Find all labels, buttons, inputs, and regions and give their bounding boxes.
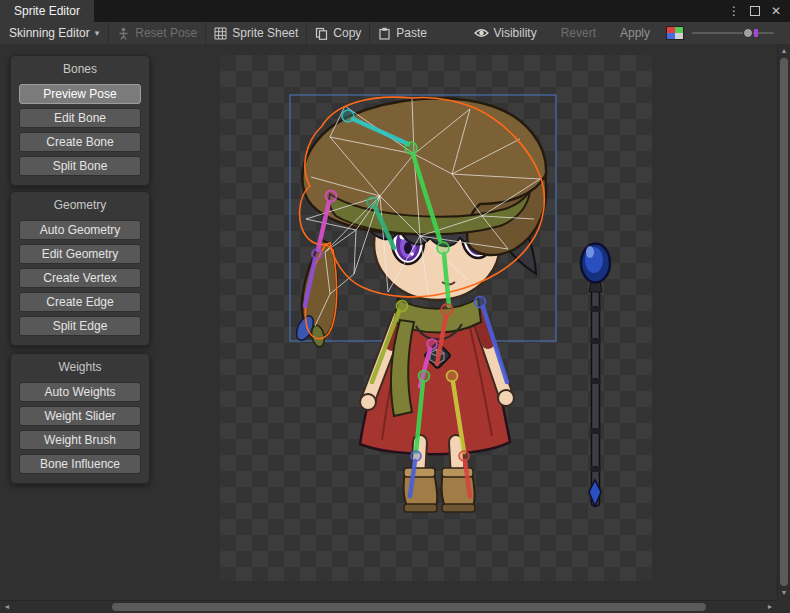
tab-sprite-editor[interactable]: Sprite Editor <box>0 0 94 22</box>
scroll-right-icon[interactable]: ► <box>764 601 776 613</box>
channel-b <box>667 33 675 39</box>
reset-pose-icon <box>117 27 130 40</box>
auto-geometry-button[interactable]: Auto Geometry <box>19 220 141 240</box>
apply-button[interactable]: Apply <box>612 23 658 44</box>
skinning-editor-dropdown[interactable]: Skinning Editor ▾ <box>0 22 108 44</box>
right-hand <box>498 390 514 406</box>
paste-button[interactable]: Paste <box>369 23 435 44</box>
paste-icon <box>378 27 391 40</box>
chevron-down-icon: ▾ <box>95 28 100 38</box>
scroll-up-icon[interactable]: ▲ <box>778 45 790 57</box>
auto-weights-button[interactable]: Auto Weights <box>19 382 141 402</box>
bones-panel-title: Bones <box>19 59 141 80</box>
edit-geometry-button[interactable]: Edit Geometry <box>19 244 141 264</box>
scroll-down-icon[interactable]: ▼ <box>778 587 790 599</box>
zoom-slider-marker <box>754 29 758 37</box>
copy-label: Copy <box>333 26 361 40</box>
sprite-sheet-icon <box>214 27 227 40</box>
visibility-button[interactable]: Visibility <box>466 23 545 44</box>
create-edge-button[interactable]: Create Edge <box>19 292 141 312</box>
tab-title: Sprite Editor <box>14 4 80 18</box>
maximize-icon[interactable] <box>746 2 764 20</box>
vertical-scrollbar[interactable]: ▲ ▼ <box>777 44 790 600</box>
create-bone-button[interactable]: Create Bone <box>19 132 141 152</box>
bone-influence-button[interactable]: Bone Influence <box>19 454 141 474</box>
geometry-panel-title: Geometry <box>19 195 141 216</box>
channel-a <box>675 33 683 39</box>
zoom-slider[interactable] <box>692 26 774 40</box>
revert-label: Revert <box>561 26 596 40</box>
scrollbar-corner <box>777 600 790 613</box>
vertical-scrollbar-thumb[interactable] <box>780 58 788 586</box>
bones-panel: Bones Preview Pose Edit Bone Create Bone… <box>10 55 150 186</box>
geometry-panel: Geometry Auto Geometry Edit Geometry Cre… <box>10 191 150 346</box>
zoom-slider-handle[interactable] <box>743 28 753 38</box>
left-hand <box>360 394 376 410</box>
sprite-editor-window: Sprite Editor ⋮ ✕ Skinning Editor ▾ Rese… <box>0 0 790 613</box>
toolbar: Skinning Editor ▾ Reset Pose Sprite Shee… <box>0 22 790 45</box>
create-vertex-button[interactable]: Create Vertex <box>19 268 141 288</box>
split-bone-button[interactable]: Split Bone <box>19 156 141 176</box>
mode-label: Skinning Editor <box>9 26 90 40</box>
copy-button[interactable]: Copy <box>306 23 369 44</box>
character-sprite <box>293 98 546 512</box>
weight-brush-button[interactable]: Weight Brush <box>19 430 141 450</box>
paste-label: Paste <box>396 26 427 40</box>
sprite-sheet-button[interactable]: Sprite Sheet <box>205 23 306 44</box>
visibility-label: Visibility <box>494 26 537 40</box>
sprite-sheet-label: Sprite Sheet <box>232 26 298 40</box>
horizontal-scrollbar-thumb[interactable] <box>112 603 706 611</box>
weights-panel-title: Weights <box>19 357 141 378</box>
split-edge-button[interactable]: Split Edge <box>19 316 141 336</box>
weight-slider-button[interactable]: Weight Slider <box>19 406 141 426</box>
menu-icon[interactable]: ⋮ <box>725 2 743 20</box>
edit-bone-button[interactable]: Edit Bone <box>19 108 141 128</box>
copy-icon <box>315 27 328 40</box>
staff-sprite <box>581 244 610 507</box>
preview-pose-button[interactable]: Preview Pose <box>19 84 141 104</box>
revert-button[interactable]: Revert <box>553 23 604 44</box>
color-channels-icon[interactable] <box>666 26 684 40</box>
reset-pose-button[interactable]: Reset Pose <box>108 23 205 44</box>
scroll-left-icon[interactable]: ◄ <box>1 601 13 613</box>
reset-pose-label: Reset Pose <box>135 26 197 40</box>
zoom-slider-track[interactable] <box>692 32 774 34</box>
visibility-eye-icon <box>474 27 489 39</box>
window-controls: ⋮ ✕ <box>725 0 790 22</box>
close-icon[interactable]: ✕ <box>767 2 785 20</box>
apply-label: Apply <box>620 26 650 40</box>
toolbar-right-group: Visibility Revert Apply <box>466 23 790 44</box>
horizontal-scrollbar[interactable]: ◄ ► <box>0 600 777 613</box>
tab-bar: Sprite Editor ⋮ ✕ <box>0 0 790 22</box>
weights-panel: Weights Auto Weights Weight Slider Weigh… <box>10 353 150 484</box>
